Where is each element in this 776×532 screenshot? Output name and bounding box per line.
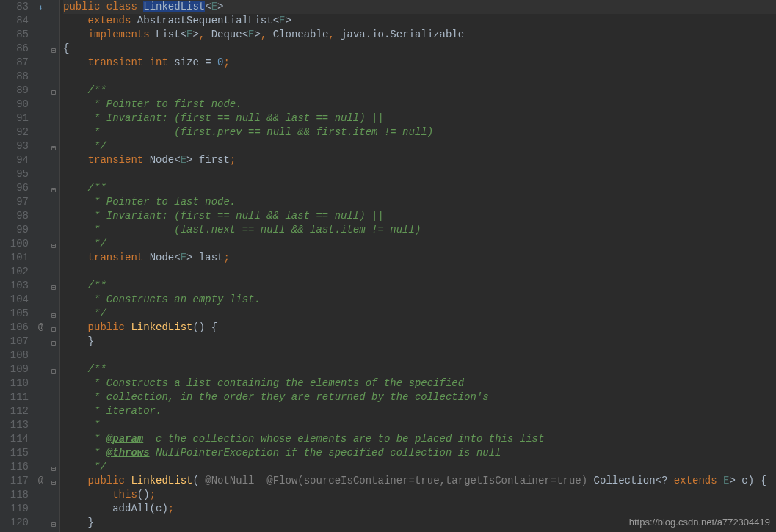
fold-close-icon[interactable]: ⊟ [51,462,56,476]
line-number: 102 [4,265,29,279]
fold-open-icon[interactable]: ⊟ [51,86,56,100]
line-number: 92 [4,125,29,139]
usage-icon[interactable]: ⬇ [38,1,43,15]
watermark: https://blog.csdn.net/a772304419 [629,515,770,529]
line-number: 85 [4,28,29,42]
line-number: 84 [4,14,29,28]
override-annotation-icon[interactable]: @ [38,321,43,335]
line-number: 90 [4,98,29,112]
line-number: 104 [4,293,29,307]
fold-gutter: ⊟⊟⊟⊟⊟⊟⊟⊟⊟⊟⊟⊟⊟ [50,0,60,532]
code-line[interactable]: * @throws NullPointerException if the sp… [63,446,776,460]
code-line[interactable]: addAll(c); [63,502,776,516]
code-line[interactable] [63,349,776,362]
code-line[interactable]: this(); [63,488,776,502]
code-line[interactable]: */ [63,460,776,474]
line-number: 105 [4,307,29,321]
code-line[interactable]: */ [63,307,776,321]
line-number: 115 [4,446,29,460]
fold-close-icon[interactable]: ⊟ [51,239,56,253]
code-line[interactable]: */ [63,237,776,251]
line-number: 120 [4,516,29,530]
code-line[interactable]: * Constructs an empty list. [63,293,776,307]
fold-close-icon[interactable]: ⊟ [51,142,56,156]
code-line[interactable]: /** [63,279,776,293]
fold-open-icon[interactable]: ⊟ [51,281,56,295]
code-line[interactable]: implements List<E>, Deque<E>, Cloneable,… [63,28,776,42]
line-number: 117 [4,474,29,488]
line-number: 94 [4,153,29,167]
line-number-gutter: 8384858687888990919293949596979899100101… [0,0,35,532]
line-number: 107 [4,335,29,349]
fold-open-icon[interactable]: ⊟ [51,183,56,197]
code-line[interactable]: * Pointer to last node. [63,195,776,209]
code-line[interactable]: * collection, in the order they are retu… [63,390,776,404]
override-annotation-icon[interactable]: @ [38,474,43,488]
annotation-gutter: ⬇@@ [35,0,50,532]
code-line[interactable]: public class LinkedList<E> [63,0,776,14]
code-line[interactable]: /** [63,362,776,376]
line-number: 113 [4,418,29,432]
line-number: 100 [4,237,29,251]
code-line[interactable]: * [63,418,776,432]
code-line[interactable]: extends AbstractSequentialList<E> [63,14,776,28]
line-number: 103 [4,279,29,293]
code-line[interactable]: */ [63,139,776,153]
line-number: 93 [4,139,29,153]
line-number: 83 [4,0,29,14]
code-line[interactable] [63,265,776,279]
code-line[interactable]: } [63,335,776,349]
line-number: 95 [4,167,29,181]
code-line[interactable]: /** [63,84,776,98]
line-number: 97 [4,195,29,209]
fold-close-icon[interactable]: ⊟ [51,309,56,323]
line-number: 101 [4,251,29,265]
code-line[interactable]: * Pointer to first node. [63,98,776,112]
code-line[interactable]: public LinkedList() { [63,321,776,335]
code-line[interactable]: transient Node<E> first; [63,153,776,167]
line-number: 119 [4,502,29,516]
line-number: 112 [4,404,29,418]
code-line[interactable] [63,70,776,84]
line-number: 110 [4,376,29,390]
fold-open-icon[interactable]: ⊟ [51,44,56,58]
line-number: 96 [4,181,29,195]
code-line[interactable]: * (last.next == null && last.item != nul… [63,223,776,237]
line-number: 106 [4,321,29,335]
line-number: 108 [4,349,29,362]
fold-open-icon[interactable]: ⊟ [51,476,56,490]
fold-close-icon[interactable]: ⊟ [51,337,56,351]
line-number: 91 [4,112,29,125]
code-line[interactable]: transient int size = 0; [63,56,776,70]
fold-open-icon[interactable]: ⊟ [51,323,56,337]
code-line[interactable]: /** [63,181,776,195]
code-line[interactable] [63,167,776,181]
code-line[interactable]: { [63,42,776,56]
code-editor[interactable]: 8384858687888990919293949596979899100101… [0,0,776,532]
line-number: 116 [4,460,29,474]
line-number: 87 [4,56,29,70]
line-number: 111 [4,390,29,404]
code-line[interactable]: * @param c the collection whose elements… [63,432,776,446]
fold-close-icon[interactable]: ⊟ [51,518,56,532]
line-number: 86 [4,42,29,56]
code-line[interactable]: * (first.prev == null && first.item != n… [63,125,776,139]
code-line[interactable]: * Invariant: (first == null && last == n… [63,209,776,223]
fold-open-icon[interactable]: ⊟ [51,365,56,379]
line-number: 114 [4,432,29,446]
line-number: 109 [4,362,29,376]
line-number: 88 [4,70,29,84]
line-number: 118 [4,488,29,502]
code-line[interactable]: public LinkedList( @NotNull @Flow(source… [63,474,776,488]
code-line[interactable]: transient Node<E> last; [63,251,776,265]
line-number: 89 [4,84,29,98]
line-number: 98 [4,209,29,223]
code-line[interactable]: * iterator. [63,404,776,418]
code-line[interactable]: * Invariant: (first == null && last == n… [63,112,776,125]
code-content[interactable]: public class LinkedList<E> extends Abstr… [60,0,776,532]
code-line[interactable]: * Constructs a list containing the eleme… [63,376,776,390]
line-number: 99 [4,223,29,237]
